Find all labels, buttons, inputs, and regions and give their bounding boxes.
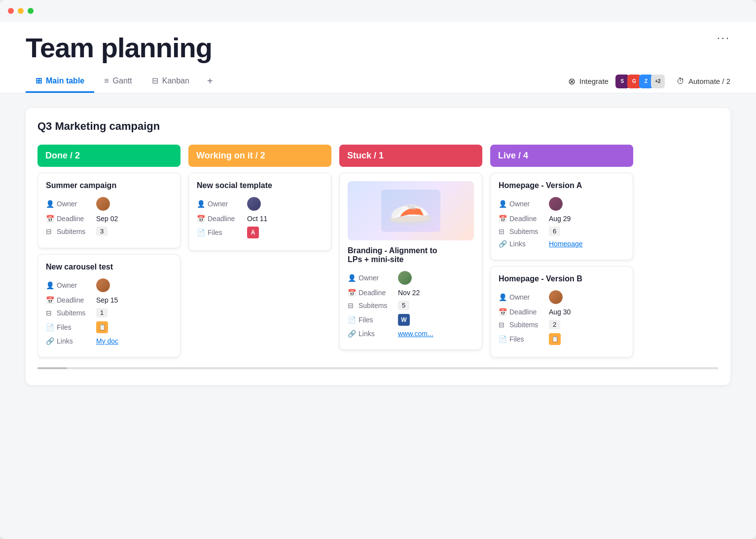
board-title: Q3 Marketing campaign: [37, 120, 719, 133]
file-attachment: W: [398, 314, 410, 326]
field-files: 📄 Files 📋: [499, 333, 625, 345]
column-stuck: Stuck / 1: [339, 145, 482, 363]
field-owner: 👤 Owner: [499, 290, 625, 304]
tab-kanban[interactable]: ⊟ Kanban: [142, 70, 199, 93]
tabs-left: ⊞ Main table ≡ Gantt ⊟ Kanban +: [26, 70, 221, 93]
links-icon: 🔗: [46, 337, 57, 345]
calendar-icon: 📅: [499, 308, 509, 316]
files-icon: 📄: [46, 323, 57, 331]
calendar-icon: 📅: [46, 296, 57, 304]
field-owner: 👤 Owner: [348, 271, 474, 285]
card-image: [348, 181, 474, 240]
avatar: [549, 197, 563, 211]
calendar-icon: 📅: [348, 289, 359, 297]
field-subitems: ⊟ Subitems 3: [46, 227, 172, 236]
gantt-icon: ≡: [104, 77, 108, 85]
avatar: [398, 271, 412, 285]
column-done-header: Done / 2: [37, 145, 180, 167]
app-window: Team planning ··· ⊞ Main table ≡ Gantt ⊟…: [0, 0, 756, 539]
avatar: [247, 197, 261, 211]
avatar: [96, 278, 110, 292]
links-icon: 🔗: [499, 240, 509, 248]
subitems-icon: ⊟: [348, 302, 359, 309]
board-container: Q3 Marketing campaign Done / 2 Summer ca…: [26, 108, 730, 385]
field-links: 🔗 Links My doc: [46, 337, 172, 345]
add-tab-button[interactable]: +: [199, 70, 221, 93]
tabs-row: ⊞ Main table ≡ Gantt ⊟ Kanban + ⊗ Integr…: [26, 70, 730, 93]
field-links: 🔗 Links www.com...: [348, 330, 474, 338]
avatar: [96, 197, 110, 211]
more-integrations-badge: +2: [651, 75, 665, 88]
subitems-icon: ⊟: [46, 228, 57, 235]
svg-line-4: [409, 209, 416, 209]
owner-icon: 👤: [46, 200, 57, 208]
file-attachment: A: [247, 227, 259, 238]
field-subitems: ⊟ Subitems 5: [348, 301, 474, 310]
field-subitems: ⊟ Subitems 1: [46, 308, 172, 317]
minimize-button[interactable]: [18, 8, 24, 14]
close-button[interactable]: [8, 8, 14, 14]
integrate-button[interactable]: ⊗ Integrate S G Z +2: [568, 75, 665, 88]
field-deadline: 📅 Deadline Oct 11: [197, 215, 323, 223]
tab-main-table[interactable]: ⊞ Main table: [26, 70, 94, 93]
field-owner: 👤 Owner: [46, 278, 172, 292]
field-owner: 👤 Owner: [197, 197, 323, 211]
calendar-icon: 📅: [197, 215, 208, 223]
tab-gantt[interactable]: ≡ Gantt: [94, 71, 142, 93]
subitems-icon: ⊟: [499, 228, 509, 235]
field-deadline: 📅 Deadline Sep 02: [46, 215, 172, 223]
field-links: 🔗 Links Homepage: [499, 240, 625, 248]
tabs-right: ⊗ Integrate S G Z +2 ⏱ Automate / 2: [568, 75, 730, 88]
column-working: Working on it / 2 New social template 👤 …: [188, 145, 331, 363]
subitems-icon: ⊟: [46, 309, 57, 317]
field-deadline: 📅 Deadline Aug 29: [499, 215, 625, 223]
field-owner: 👤 Owner: [46, 197, 172, 211]
card-summer-campaign[interactable]: Summer campaign 👤 Owner 📅 Deadline Sep 0…: [37, 173, 180, 248]
files-icon: 📄: [499, 335, 509, 343]
card-homepage-b[interactable]: Homepage - Version B 👤 Owner 📅 Deadline …: [490, 266, 633, 357]
kanban-icon: ⊟: [152, 76, 158, 85]
field-deadline: 📅 Deadline Aug 30: [499, 308, 625, 316]
field-subitems: ⊟ Subitems 2: [499, 320, 625, 329]
field-owner: 👤 Owner: [499, 197, 625, 211]
file-attachment: 📋: [549, 333, 561, 345]
more-options-button[interactable]: ···: [717, 32, 730, 44]
links-icon: 🔗: [348, 330, 359, 338]
table-icon: ⊞: [36, 76, 42, 85]
card-new-social[interactable]: New social template 👤 Owner 📅 Deadline O…: [188, 173, 331, 251]
field-subitems: ⊟ Subitems 6: [499, 227, 625, 236]
card-homepage-a[interactable]: Homepage - Version A 👤 Owner 📅 Deadline …: [490, 173, 633, 260]
sneaker-illustration: [381, 189, 440, 233]
page-title: Team planning: [26, 32, 212, 64]
scrollbar[interactable]: [37, 367, 719, 369]
card-new-carousel[interactable]: New carousel test 👤 Owner 📅 Deadline Sep…: [37, 254, 180, 357]
owner-icon: 👤: [499, 293, 509, 301]
column-done: Done / 2 Summer campaign 👤 Owner: [37, 145, 180, 363]
svg-line-3: [408, 207, 415, 208]
field-deadline: 📅 Deadline Nov 22: [348, 289, 474, 297]
header: Team planning ··· ⊞ Main table ≡ Gantt ⊟…: [0, 22, 756, 93]
automate-icon: ⏱: [677, 77, 684, 86]
integration-avatars: S G Z +2: [612, 75, 665, 88]
avatar: [549, 290, 563, 304]
column-stuck-header: Stuck / 1: [339, 145, 482, 167]
field-files: 📄 Files 📋: [46, 321, 172, 333]
column-live: Live / 4 Homepage - Version A 👤 Owner: [490, 145, 633, 363]
file-attachment: 📋: [96, 321, 108, 333]
automate-button[interactable]: ⏱ Automate / 2: [677, 77, 730, 86]
scrollbar-thumb[interactable]: [37, 367, 67, 369]
content-area: Q3 Marketing campaign Done / 2 Summer ca…: [0, 93, 756, 400]
titlebar: [0, 0, 756, 22]
calendar-icon: 📅: [46, 215, 57, 223]
owner-icon: 👤: [46, 281, 57, 289]
svg-line-2: [407, 206, 414, 207]
files-icon: 📄: [197, 229, 208, 236]
card-branding[interactable]: Branding - Alignment toLPs + mini-site 👤…: [339, 173, 482, 350]
files-icon: 📄: [348, 316, 359, 324]
maximize-button[interactable]: [28, 8, 34, 14]
kanban-board: Done / 2 Summer campaign 👤 Owner: [37, 145, 719, 363]
field-deadline: 📅 Deadline Sep 15: [46, 296, 172, 304]
owner-icon: 👤: [499, 200, 509, 208]
column-working-header: Working on it / 2: [188, 145, 331, 167]
calendar-icon: 📅: [499, 215, 509, 223]
